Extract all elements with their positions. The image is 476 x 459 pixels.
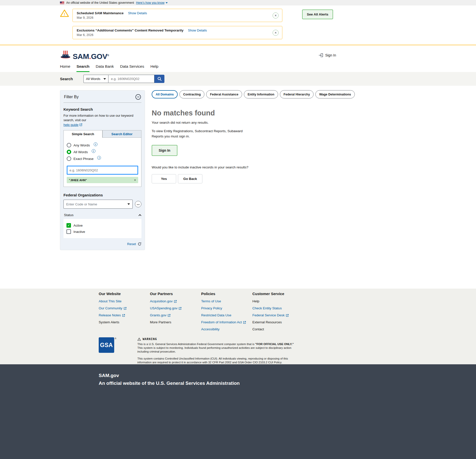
ellipsis-icon[interactable]: ... (135, 201, 141, 207)
footer-link-acquisition-gov[interactable]: Acquisition.gov (150, 299, 201, 303)
refresh-icon[interactable] (138, 242, 141, 246)
tab-simple-search[interactable]: Simple Search (63, 130, 102, 138)
footer-col-our-website: Our Website About This Site Our Communit… (99, 292, 150, 334)
search-submit-button[interactable] (154, 75, 164, 83)
collapse-filters-button[interactable] (135, 94, 141, 100)
reset-filters-link[interactable]: Reset (127, 242, 136, 246)
nav-item-help[interactable]: Help (150, 64, 158, 72)
footer-link-federal-service-desk[interactable]: Federal Service Desk (252, 313, 304, 317)
footer-link-about-this-site[interactable]: About This Site (99, 299, 150, 303)
footer-link-check-entity-status[interactable]: Check Entity Status (252, 306, 304, 310)
how-you-know-link[interactable]: Here’s how you know (136, 1, 164, 4)
domain-tab-entity-information[interactable]: Entity Information (244, 90, 278, 98)
alert-date: Mar 6, 2026 (77, 33, 269, 37)
nav-item-data-services[interactable]: Data Services (120, 64, 144, 72)
external-link-icon (286, 314, 289, 317)
info-icon[interactable]: i (94, 142, 97, 146)
footer-heading: Our Partners (150, 292, 201, 296)
info-icon[interactable]: i (92, 149, 95, 153)
alert-maintenance: ! Scheduled SAM Maintenance Show Details… (60, 9, 282, 22)
footer-col-policies: Policies Terms of Use Privacy Policy Res… (201, 292, 252, 334)
external-link-icon (168, 314, 170, 317)
footer-link-terms-of-use[interactable]: Terms of Use (201, 299, 252, 303)
keyword-search-description: For more information on how to use our k… (63, 113, 141, 122)
footer-heading: Our Website (99, 292, 150, 296)
status-heading: Status (64, 213, 73, 217)
combo-placeholder: Enter Code or Name (66, 202, 97, 206)
status-section-header[interactable]: Status (64, 213, 141, 217)
chevron-up-icon (138, 214, 141, 217)
us-flag-icon (60, 1, 64, 4)
go-back-button[interactable]: Go Back (178, 174, 202, 183)
radio-label: Any Words (73, 143, 90, 147)
keyword-chip-label: "JIHEE AHN" (69, 179, 87, 182)
warning-title: WARNING (143, 337, 157, 341)
footer-link-foia[interactable]: Freedom of Information Act (201, 320, 252, 324)
header-sign-in-link[interactable]: Sign In (319, 53, 336, 57)
radio-any-words[interactable]: Any Words i (67, 143, 138, 147)
footer-link-grants-gov[interactable]: Grants.gov (150, 313, 201, 317)
sign-in-note: To view Entity Registrations, Subcontrac… (152, 128, 255, 139)
footer-link-accessibility[interactable]: Accessibility (201, 327, 252, 331)
checkbox-inactive[interactable]: Inactive (66, 229, 138, 234)
radio-exact-phrase[interactable]: Exact Phrase i (67, 156, 138, 161)
nav-item-search[interactable]: Search (76, 64, 89, 72)
global-search-bar: Search All Words (0, 72, 476, 86)
footer-heading: Customer Service (252, 292, 304, 296)
main-content: Filter By Keyword Search For more inform… (60, 86, 336, 289)
gov-banner: An official website of the United States… (0, 0, 476, 5)
warning-triangle-icon (137, 338, 141, 341)
chevron-down-icon (103, 78, 106, 80)
radio-label: Exact Phrase (73, 157, 93, 161)
footer-link-our-community[interactable]: Our Community (99, 306, 150, 310)
keyword-search-input[interactable] (67, 166, 138, 175)
federal-organizations-combo[interactable]: Enter Code or Name (63, 200, 133, 209)
chevron-down-icon (166, 2, 168, 3)
search-scope-value: All Words (86, 77, 100, 81)
domain-tab-wage-determinations[interactable]: Wage Determinations (315, 90, 355, 98)
footer-link-help[interactable]: Help (252, 299, 304, 303)
close-icon[interactable]: × (273, 12, 279, 18)
tab-search-editor[interactable]: Search Editor (102, 130, 141, 138)
sign-in-button[interactable]: Sign In (152, 145, 177, 156)
identifier-footer: SAM.gov An official website of the U.S. … (0, 364, 476, 459)
show-details-link[interactable]: Show Details (188, 28, 207, 32)
close-icon[interactable]: × (134, 178, 136, 182)
footer-link-external-resources[interactable]: External Resources (252, 320, 304, 324)
checkbox-active[interactable]: ✓ Active (66, 223, 138, 228)
sign-in-label: Sign In (325, 53, 336, 57)
domain-tab-contracting[interactable]: Contracting (179, 90, 204, 98)
yes-button[interactable]: Yes (152, 174, 176, 183)
footer-link-more-partners[interactable]: More Partners (150, 320, 201, 324)
domain-tab-federal-hierarchy[interactable]: Federal Hierarchy (280, 90, 314, 98)
footer-link-release-notes[interactable]: Release Notes (99, 313, 150, 317)
global-search-input[interactable] (108, 75, 154, 83)
help-guide-link[interactable]: help guide (63, 123, 82, 127)
radio-all-words[interactable]: All Words i (67, 150, 138, 154)
brand-dot: . (89, 52, 91, 60)
search-scope-select[interactable]: All Words (83, 75, 108, 83)
nav-item-home[interactable]: Home (60, 64, 70, 72)
footer-tagline: An official website of the U.S. General … (99, 381, 476, 386)
domain-tab-all-domains[interactable]: All Domains (152, 90, 178, 98)
footer-link-system-alerts[interactable]: System Alerts (99, 320, 150, 324)
external-link-icon (124, 307, 126, 310)
nav-item-data-bank[interactable]: Data Bank (96, 64, 114, 72)
external-link-icon (243, 321, 246, 324)
footer-link-contact[interactable]: Contact (252, 327, 304, 331)
gov-banner-text: An official website of the United States… (66, 1, 134, 4)
radio-button (67, 143, 71, 147)
domain-tab-federal-assistance[interactable]: Federal Assistance (206, 90, 242, 98)
checkbox-checked: ✓ (66, 223, 71, 228)
footer-link-usaspending-gov[interactable]: USASpending.gov (150, 306, 201, 310)
see-all-alerts-button[interactable]: See All Alerts (302, 9, 333, 19)
footer-link-restricted-data-use[interactable]: Restricted Data Use (201, 313, 252, 317)
sam-gov-logo[interactable]: SAM.GOV® (60, 50, 109, 60)
checkbox-label: Active (73, 224, 83, 227)
show-details-link[interactable]: Show Details (128, 11, 147, 15)
footer-col-customer-service: Customer Service Help Check Entity Statu… (252, 292, 304, 334)
footer-link-privacy-policy[interactable]: Privacy Policy (201, 306, 252, 310)
close-icon[interactable]: × (273, 30, 279, 36)
registered-mark: ® (107, 54, 109, 57)
info-icon[interactable]: i (97, 156, 101, 160)
